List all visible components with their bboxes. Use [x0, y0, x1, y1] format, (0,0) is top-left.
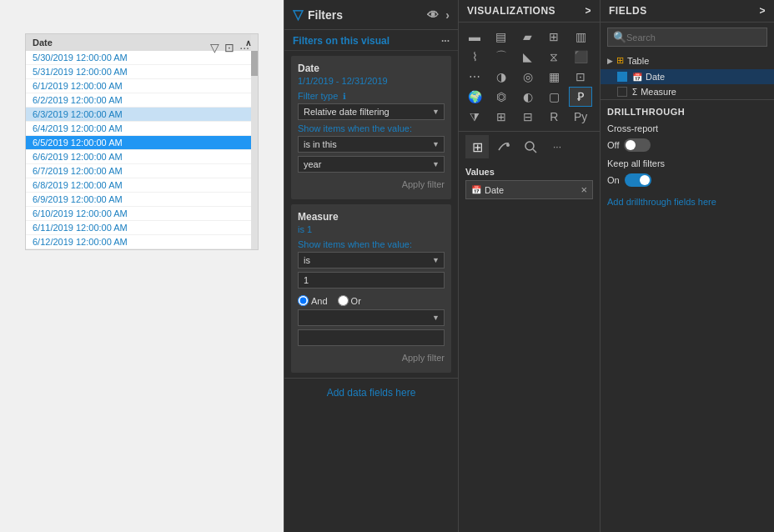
pie-icon[interactable]: ◑	[490, 68, 512, 86]
filters-expand-icon[interactable]: ›	[445, 8, 450, 22]
keep-filters-toggle-container: On	[607, 173, 767, 187]
scatter-icon[interactable]: ⋯	[464, 68, 485, 86]
measure-value2-input[interactable]	[298, 329, 445, 346]
table-group-icon: ⊞	[616, 55, 624, 66]
field-item-measure[interactable]: ΣMeasure	[601, 84, 774, 99]
table-row[interactable]: 6/2/2019 12:00:00 AM	[26, 93, 258, 108]
build-visual-tab[interactable]: ⊞	[465, 135, 489, 158]
visual-toolbar: ▽ ⊡ ···	[210, 41, 249, 54]
date-apply-filter-button[interactable]: Apply filter	[298, 176, 445, 193]
stacked-bar-icon[interactable]: ▬	[464, 28, 485, 46]
python-icon[interactable]: Py	[570, 108, 591, 126]
measure-condition2-select[interactable]	[298, 309, 445, 326]
measure-apply-filter-button[interactable]: Apply filter	[298, 349, 445, 366]
and-radio[interactable]	[298, 295, 309, 306]
r-visual-icon[interactable]: R	[543, 108, 565, 126]
scrollbar[interactable]	[251, 34, 258, 249]
stacked-bar-100-icon[interactable]: ▰	[517, 28, 539, 46]
ribbon-icon[interactable]: ⧖	[543, 48, 565, 66]
measure-condition-select-wrapper[interactable]: is	[298, 252, 445, 269]
values-field: 📅 Date ×	[465, 180, 593, 199]
area-chart-icon[interactable]: ⌒	[490, 48, 512, 66]
and-radio-label[interactable]: And	[298, 295, 328, 306]
table-row[interactable]: 6/3/2019 12:00:00 AM	[26, 108, 258, 122]
cross-report-toggle-label: Off	[607, 140, 619, 150]
field-checkbox	[617, 87, 627, 97]
filter-header-icon: ▽	[293, 7, 303, 23]
condition2-select[interactable]: year	[298, 156, 445, 173]
funnel-icon[interactable]: ⏣	[490, 88, 512, 106]
gauge-icon[interactable]: ◐	[517, 88, 539, 106]
or-radio[interactable]	[338, 295, 349, 306]
filters-panel: ▽ Filters 👁 › Filters on this visual ···…	[284, 0, 459, 532]
date-filter-title: Date	[298, 63, 445, 74]
focus-icon[interactable]: ⊡	[224, 41, 234, 54]
add-drillthrough-button[interactable]: Add drillthrough fields here	[607, 193, 767, 210]
line-col-icon[interactable]: ◣	[517, 48, 539, 66]
treemap-icon[interactable]: ▦	[543, 68, 565, 86]
field-item-date[interactable]: 📅Date	[601, 69, 774, 84]
table-row[interactable]: 6/4/2019 12:00:00 AM	[26, 122, 258, 136]
table-row[interactable]: 6/11/2019 12:00:00 AM	[26, 221, 258, 235]
fields-search-input[interactable]	[626, 33, 761, 43]
table-row[interactable]: 5/31/2019 12:00:00 AM	[26, 65, 258, 79]
table-row[interactable]: 6/1/2019 12:00:00 AM	[26, 79, 258, 93]
condition1-select[interactable]: is in this	[298, 136, 445, 153]
filter-type-select-wrapper[interactable]: Relative date filtering	[298, 103, 445, 120]
values-field-name: Date	[485, 185, 504, 195]
scroll-thumb[interactable]	[251, 51, 258, 76]
measure-show-items-label: Show items when the value:	[298, 239, 445, 249]
drillthrough-section: DRILLTHROUGH Cross-report Off Keep all f…	[601, 99, 774, 217]
filters-eye-icon[interactable]: 👁	[427, 8, 439, 22]
analytics-tab[interactable]	[519, 135, 542, 158]
format-tab[interactable]	[492, 135, 515, 158]
table-row[interactable]: 6/6/2019 12:00:00 AM	[26, 150, 258, 164]
stacked-col-icon[interactable]: ▥	[570, 28, 591, 46]
left-panel: ▽ ⊡ ··· Date ∧ 5/30/2019 12:00:00 AM5/31…	[0, 0, 284, 532]
col-chart-icon[interactable]: ⊞	[543, 28, 565, 46]
table-row[interactable]: 6/12/2019 12:00:00 AM	[26, 235, 258, 249]
filter-toolbar-icon[interactable]: ▽	[210, 41, 219, 54]
filled-map-icon[interactable]: 🌍	[464, 88, 485, 106]
clustered-bar-icon[interactable]: ▤	[490, 28, 512, 46]
show-items-label: Show items when the value:	[298, 123, 445, 133]
fields-expand-icon[interactable]: >	[759, 5, 766, 17]
waterfall-icon[interactable]: ⬛	[570, 48, 591, 66]
table-row[interactable]: 6/5/2019 12:00:00 AM	[26, 136, 258, 150]
more-visual-icon[interactable]: ···	[239, 41, 249, 54]
measure-is-value: is 1	[298, 224, 445, 234]
or-radio-label[interactable]: Or	[338, 295, 361, 306]
measure-value-input[interactable]	[298, 272, 445, 289]
more-tab[interactable]: ···	[545, 135, 569, 158]
right-panel: VISUALIZATIONS > ▬▤▰⊞▥⌇⌒◣⧖⬛⋯◑◎▦⊡🌍⏣◐▢Ꝑ⧩⊞⊟…	[459, 0, 774, 532]
cross-report-toggle[interactable]	[624, 138, 651, 152]
table-group-label: Table	[627, 56, 649, 66]
filters-section-more[interactable]: ···	[441, 35, 450, 47]
add-data-fields-button[interactable]: Add data fields here	[284, 378, 458, 407]
slicer-icon[interactable]: ⧩	[464, 108, 485, 126]
values-section: Values 📅 Date ×	[459, 162, 600, 204]
viz-expand-icon[interactable]: >	[585, 5, 591, 17]
line-chart-icon[interactable]: ⌇	[464, 48, 485, 66]
table-row[interactable]: 6/9/2019 12:00:00 AM	[26, 193, 258, 207]
measure-condition-select[interactable]: is	[298, 252, 445, 269]
table-viz-icon[interactable]: ⊞	[490, 108, 512, 126]
fields-table-group[interactable]: ▶ ⊞ Table	[601, 52, 774, 69]
filter-type-select[interactable]: Relative date filtering	[298, 103, 445, 120]
keep-filters-label: Keep all filters	[607, 158, 665, 168]
keep-filters-toggle[interactable]	[625, 173, 651, 187]
fields-search-box[interactable]: 🔍	[607, 28, 767, 47]
kpi-icon[interactable]: Ꝑ	[570, 88, 591, 106]
map-icon[interactable]: ⊡	[570, 68, 591, 86]
table-row[interactable]: 6/10/2019 12:00:00 AM	[26, 207, 258, 221]
table-row[interactable]: 6/8/2019 12:00:00 AM	[26, 178, 258, 193]
condition1-select-wrapper[interactable]: is in this	[298, 136, 445, 153]
remove-field-button[interactable]: ×	[580, 183, 587, 196]
matrix-icon[interactable]: ⊟	[517, 108, 539, 126]
viz-bottom-icons: ⊞ ···	[459, 131, 600, 162]
table-row[interactable]: 6/7/2019 12:00:00 AM	[26, 164, 258, 178]
condition2-select-wrapper[interactable]: year	[298, 156, 445, 173]
donut-icon[interactable]: ◎	[517, 68, 539, 86]
measure-condition2-wrapper[interactable]	[298, 309, 445, 326]
card-icon[interactable]: ▢	[543, 88, 565, 106]
